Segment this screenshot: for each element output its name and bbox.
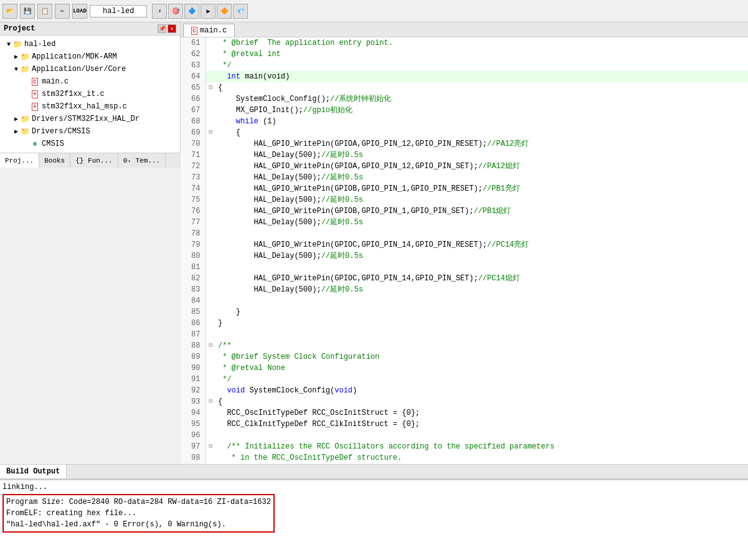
code-content-81: [215, 262, 748, 273]
code-content-79: HAL_GPIO_WritePin(GPIOC,GPIO_PIN_14,GPIO…: [215, 239, 748, 250]
code-content-85: }: [215, 306, 748, 318]
toolbar-load-btn[interactable]: LOAD: [72, 4, 87, 19]
toolbar-flash-btn[interactable]: 🔷: [184, 4, 199, 19]
fold-btn-90: [206, 363, 215, 374]
code-content-62: * @retval int: [215, 49, 748, 60]
main-c-icon: c: [30, 77, 40, 87]
tree-item-drivers-stm[interactable]: ▶ 📁 Drivers/STM32F1xx_HAL_Dr: [0, 113, 180, 125]
fold-btn-67: [206, 105, 215, 116]
drivers-cmsis-expand-icon: ▶: [12, 128, 20, 135]
line-num-79: 79: [181, 239, 206, 250]
toolbar-run-btn[interactable]: 🔶: [217, 4, 232, 19]
code-row-87: 87: [181, 329, 748, 340]
toolbar-target-btn[interactable]: 🎯: [168, 4, 183, 19]
code-row-76: 76 HAL_GPIO_WritePin(GPIOB,GPIO_PIN_1,GP…: [181, 206, 748, 217]
line-num-85: 85: [181, 306, 206, 318]
line-num-72: 72: [181, 161, 206, 172]
line-num-88: 88: [181, 340, 206, 351]
fold-btn-68: [206, 116, 215, 127]
code-row-71: 71 HAL_Delay(500);//延时0.5s: [181, 149, 748, 161]
line-num-95: 95: [181, 419, 206, 430]
code-content-95: RCC_ClkInitTypeDef RCC_ClkInitStruct = {…: [215, 419, 748, 430]
fold-btn-65[interactable]: ⊟: [206, 82, 215, 93]
tree-item-stm32-hal[interactable]: + stm32f1xx_hal_msp.c: [0, 100, 180, 113]
stm32-it-label: stm32f1xx_it.c: [42, 90, 105, 98]
toolbar-save-all-btn[interactable]: 📋: [37, 4, 52, 19]
tree-root-hal-led[interactable]: ▼ 📁 hal-led: [0, 38, 180, 50]
main-area: Project 📌 ✕ ▼ 📁 hal-led: [0, 22, 748, 464]
code-row-96: 96: [181, 430, 748, 441]
stm32-hal-label: stm32f1xx_hal_msp.c: [42, 102, 127, 111]
toolbar-debug-btn[interactable]: ▶: [201, 4, 215, 19]
toolbar-open-btn[interactable]: 📂: [2, 4, 17, 19]
fold-btn-93[interactable]: ⊟: [206, 396, 215, 407]
tree-item-drivers-cmsis[interactable]: ▶ 📁 Drivers/CMSIS: [0, 125, 180, 138]
code-row-61: 61 * @brief The application entry point.: [181, 37, 748, 49]
project-panel: Project 📌 ✕ ▼ 📁 hal-led: [0, 22, 181, 153]
code-row-79: 79 HAL_GPIO_WritePin(GPIOC,GPIO_PIN_14,G…: [181, 239, 748, 250]
toolbar-save-btn[interactable]: 💾: [20, 4, 35, 19]
line-num-69: 69: [181, 127, 206, 138]
line-num-92: 92: [181, 385, 206, 396]
proj-tab-proj[interactable]: Proj...: [0, 153, 39, 168]
proj-tab-books[interactable]: Books: [39, 153, 70, 168]
line-num-68: 68: [181, 116, 206, 127]
tree-item-cmsis[interactable]: ♦ CMSIS: [0, 138, 180, 150]
tab-bar: c main.c: [181, 22, 748, 37]
code-content-74: HAL_GPIO_WritePin(GPIOB,GPIO_PIN_1,GPIO_…: [215, 183, 748, 194]
fold-btn-85: [206, 306, 215, 318]
tree-item-stm32-it[interactable]: + stm32f1xx_it.c: [0, 88, 180, 100]
fold-btn-66: [206, 93, 215, 105]
code-row-69: 69⊟ {: [181, 127, 748, 138]
code-content-82: HAL_GPIO_WritePin(GPIOC,GPIO_PIN_14,GPIO…: [215, 273, 748, 284]
proj-tab-tem[interactable]: 0₊ Tem...: [118, 153, 166, 168]
code-content-63: */: [215, 60, 748, 71]
proj-tab-fun[interactable]: {} Fun...: [70, 153, 118, 168]
line-num-83: 83: [181, 284, 206, 295]
fold-btn-80: [206, 250, 215, 262]
build-output-tab[interactable]: Build Output: [0, 465, 67, 478]
code-area[interactable]: 61 * @brief The application entry point.…: [181, 37, 748, 464]
tree-item-main-c[interactable]: c main.c: [0, 75, 180, 88]
line-num-62: 62: [181, 49, 206, 60]
code-content-71: HAL_Delay(500);//延时0.5s: [215, 149, 748, 161]
code-content-87: [215, 329, 748, 340]
code-row-64: 64 int main(void): [181, 71, 748, 82]
app-mdk-folder-icon: 📁: [20, 52, 30, 62]
line-num-61: 61: [181, 37, 206, 49]
line-num-97: 97: [181, 441, 206, 452]
toolbar-magic-btn[interactable]: ⚡: [152, 4, 167, 19]
code-content-80: HAL_Delay(500);//延时0.5s: [215, 250, 748, 262]
code-row-82: 82 HAL_GPIO_WritePin(GPIOC,GPIO_PIN_14,G…: [181, 273, 748, 284]
tree-item-app-mdk[interactable]: ▶ 📁 Application/MDK-ARM: [0, 50, 180, 63]
code-row-63: 63 */: [181, 60, 748, 71]
toolbar-cut-btn[interactable]: ✂: [55, 4, 70, 19]
build-output: linking... Program Size: Code=2840 RO-da…: [0, 479, 748, 560]
line-num-96: 96: [181, 430, 206, 441]
line-num-74: 74: [181, 183, 206, 194]
toolbar-stop-btn[interactable]: 💎: [233, 4, 248, 19]
line-num-80: 80: [181, 250, 206, 262]
tab-label: main.c: [200, 26, 227, 35]
code-row-89: 89 * @brief System Clock Configuration: [181, 351, 748, 363]
tree-item-app-user[interactable]: ▼ 📁 Application/User/Core: [0, 63, 180, 75]
tab-main-c[interactable]: c main.c: [183, 24, 235, 37]
code-content-92: void SystemClock_Config(void): [215, 385, 748, 396]
project-close-btn[interactable]: ✕: [168, 24, 176, 33]
project-dock-btn[interactable]: 📌: [158, 24, 166, 33]
line-num-93: 93: [181, 396, 206, 407]
app-user-expand-icon: ▼: [12, 66, 20, 73]
code-content-73: HAL_Delay(500);//延时0.5s: [215, 172, 748, 183]
build-line-fromelf: FromELF: creating hex file...: [6, 508, 271, 519]
code-row-78: 78: [181, 228, 748, 239]
code-row-84: 84: [181, 295, 748, 306]
line-num-87: 87: [181, 329, 206, 340]
line-num-71: 71: [181, 149, 206, 161]
fold-btn-97[interactable]: ⊟: [206, 441, 215, 452]
fold-btn-71: [206, 149, 215, 161]
line-num-76: 76: [181, 206, 206, 217]
fold-btn-88[interactable]: ⊟: [206, 340, 215, 351]
code-row-94: 94 RCC_OscInitTypeDef RCC_OscInitStruct …: [181, 407, 748, 419]
code-content-70: HAL_GPIO_WritePin(GPIOA,GPIO_PIN_12,GPIO…: [215, 138, 748, 149]
fold-btn-69[interactable]: ⊟: [206, 127, 215, 138]
